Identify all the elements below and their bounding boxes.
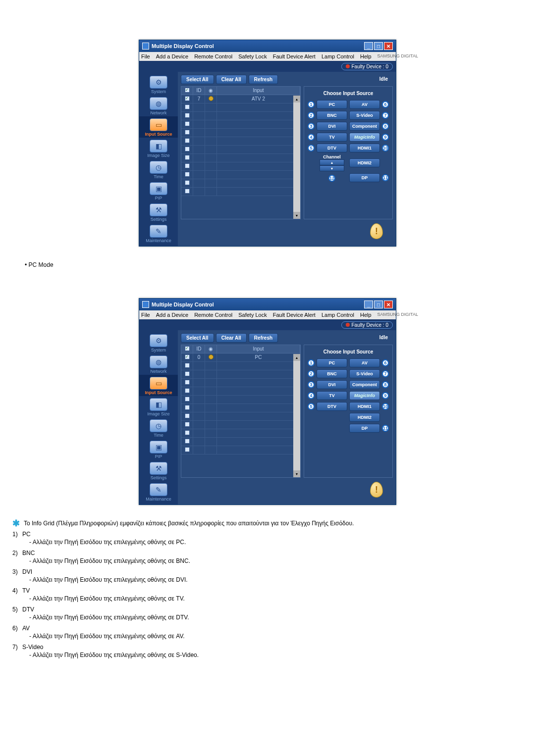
refresh-button[interactable]: Refresh — [249, 333, 278, 343]
src-hdmi2-button[interactable]: HDMI2 — [349, 158, 380, 167]
table-row[interactable]: 7 ATV 2 — [181, 95, 300, 103]
col-id[interactable]: ID — [193, 87, 205, 95]
src-dp-button[interactable]: DP — [349, 173, 380, 182]
bubble-2: 2 — [308, 370, 315, 377]
table-row[interactable]: 0 PC — [181, 353, 300, 362]
menu-lamp-control[interactable]: Lamp Control — [321, 312, 354, 318]
src-dp-button[interactable]: DP — [349, 424, 380, 433]
src-pc-button[interactable]: PC — [317, 100, 347, 109]
sidebar-item-pip[interactable]: ▣PIP — [139, 439, 178, 460]
menu-help[interactable]: Help — [360, 312, 372, 318]
src-tv-button[interactable]: TV — [317, 133, 347, 142]
minimize-button[interactable]: _ — [364, 301, 373, 308]
sidebar-item-system[interactable]: ⚙System — [139, 74, 178, 95]
sidebar-item-maintenance[interactable]: ✎Maintenance — [139, 223, 178, 244]
close-button[interactable]: ✕ — [384, 42, 393, 50]
menu-add-device[interactable]: Add a Device — [156, 312, 188, 318]
sidebar-item-settings[interactable]: ⚒Settings — [139, 460, 178, 481]
clear-all-button[interactable]: Clear All — [216, 333, 247, 343]
source-description-list: 1)PC- Αλλάζει την Πηγή Εισόδου της επιλε… — [12, 531, 523, 658]
minimize-button[interactable]: _ — [364, 42, 373, 50]
clear-all-button[interactable]: Clear All — [216, 75, 247, 84]
sidebar-item-pip[interactable]: ▣PIP — [139, 180, 178, 202]
col-status[interactable]: ◉ — [205, 345, 217, 353]
col-input[interactable]: Input — [217, 345, 300, 353]
menu-file[interactable]: File — [141, 312, 150, 318]
menu-lamp-control[interactable]: Lamp Control — [321, 53, 354, 59]
select-all-button[interactable]: Select All — [181, 75, 214, 84]
info-grid-text: Το Info Grid (Πλέγμα Πληροφοριών) εμφανί… — [24, 520, 354, 527]
sidebar-item-input-source[interactable]: ▭Input Source — [139, 375, 178, 396]
sidebar-item-time[interactable]: ◷Time — [139, 159, 178, 180]
menu-help[interactable]: Help — [360, 53, 372, 59]
mdc-window-2: Multiple Display Control _ □ ✕ File Add … — [139, 298, 396, 505]
src-bnc-button[interactable]: BNC — [317, 369, 347, 378]
sidebar-item-image-size[interactable]: ◧Image Size — [139, 138, 178, 159]
src-component-button[interactable]: Component — [349, 122, 380, 131]
src-dtv-button[interactable]: DTV — [317, 144, 347, 152]
sidebar-item-network[interactable]: ◍Network — [139, 353, 178, 375]
sidebar-item-settings[interactable]: ⚒Settings — [139, 202, 178, 223]
menu-safety-lock[interactable]: Safety Lock — [238, 53, 267, 59]
col-input[interactable]: Input — [217, 87, 300, 95]
row-checkbox[interactable] — [185, 354, 190, 359]
scroll-down-icon[interactable]: ▾ — [293, 212, 300, 219]
src-av-button[interactable]: AV — [349, 100, 380, 109]
input-source-panel: Choose Input Source 1 PC AV 6 2 BNC S-Vi… — [304, 86, 393, 219]
maximize-button[interactable]: □ — [374, 42, 383, 50]
menu-safety-lock[interactable]: Safety Lock — [238, 312, 267, 318]
channel-up-button[interactable]: ▴ — [320, 159, 344, 165]
src-hdmi2-button[interactable]: HDMI2 — [349, 413, 380, 422]
row-checkbox[interactable] — [185, 96, 190, 101]
src-hdmi1-button[interactable]: HDMI1 — [349, 402, 380, 411]
menu-fault-alert[interactable]: Fault Device Alert — [273, 312, 316, 318]
titlebar[interactable]: Multiple Display Control _ □ ✕ — [139, 40, 396, 52]
src-magicinfo-button[interactable]: MagicInfo — [349, 391, 380, 400]
src-dtv-button[interactable]: DTV — [317, 402, 347, 411]
scroll-down-icon[interactable]: ▾ — [293, 470, 300, 477]
faulty-device-badge[interactable]: Faulty Device : 0 — [341, 321, 393, 329]
src-av-button[interactable]: AV — [349, 358, 380, 367]
maximize-button[interactable]: □ — [374, 301, 383, 308]
refresh-button[interactable]: Refresh — [249, 75, 278, 84]
sidebar-item-image-size[interactable]: ◧Image Size — [139, 396, 178, 417]
src-tv-button[interactable]: TV — [317, 391, 347, 400]
grid-scrollbar[interactable]: ▴ ▾ — [293, 354, 300, 477]
sidebar-item-network[interactable]: ◍Network — [139, 95, 178, 116]
col-checkbox[interactable] — [181, 87, 193, 95]
src-pc-button[interactable]: PC — [317, 358, 347, 367]
src-bnc-button[interactable]: BNC — [317, 111, 347, 120]
menu-fault-alert[interactable]: Fault Device Alert — [273, 53, 316, 59]
scroll-up-icon[interactable]: ▴ — [293, 96, 300, 102]
select-all-button[interactable]: Select All — [181, 333, 214, 343]
grid-scrollbar[interactable]: ▴ ▾ — [293, 96, 300, 219]
sidebar-item-system[interactable]: ⚙System — [139, 332, 178, 353]
src-component-button[interactable]: Component — [349, 380, 380, 389]
src-svideo-button[interactable]: S-Video — [349, 111, 380, 120]
info-bulb-icon[interactable]: ! — [370, 482, 383, 498]
scroll-up-icon[interactable]: ▴ — [293, 354, 300, 361]
close-button[interactable]: ✕ — [384, 301, 393, 308]
titlebar[interactable]: Multiple Display Control _ □ ✕ — [139, 299, 396, 310]
menu-remote-control[interactable]: Remote Control — [194, 53, 232, 59]
col-checkbox[interactable] — [181, 345, 193, 353]
menu-add-device[interactable]: Add a Device — [156, 53, 188, 59]
bubble-11: 11 — [382, 425, 389, 432]
src-svideo-button[interactable]: S-Video — [349, 369, 380, 378]
col-id[interactable]: ID — [193, 345, 205, 353]
col-status[interactable]: ◉ — [205, 87, 217, 95]
menu-file[interactable]: File — [141, 53, 150, 59]
sidebar-item-time[interactable]: ◷Time — [139, 417, 178, 439]
src-dvi-button[interactable]: DVI — [317, 122, 347, 131]
channel-down-button[interactable]: ▾ — [320, 165, 344, 171]
src-hdmi1-button[interactable]: HDMI1 — [349, 144, 380, 152]
list-item: 7)S-Video- Αλλάζει την Πηγή Εισόδου της … — [12, 644, 523, 658]
info-bulb-icon[interactable]: ! — [370, 223, 383, 239]
settings-icon: ⚒ — [150, 462, 167, 475]
src-magicinfo-button[interactable]: MagicInfo — [349, 133, 380, 142]
faulty-device-badge[interactable]: Faulty Device : 0 — [341, 63, 393, 70]
menu-remote-control[interactable]: Remote Control — [194, 312, 232, 318]
src-dvi-button[interactable]: DVI — [317, 380, 347, 389]
sidebar-item-input-source[interactable]: ▭Input Source — [139, 116, 178, 138]
sidebar-item-maintenance[interactable]: ✎Maintenance — [139, 481, 178, 503]
